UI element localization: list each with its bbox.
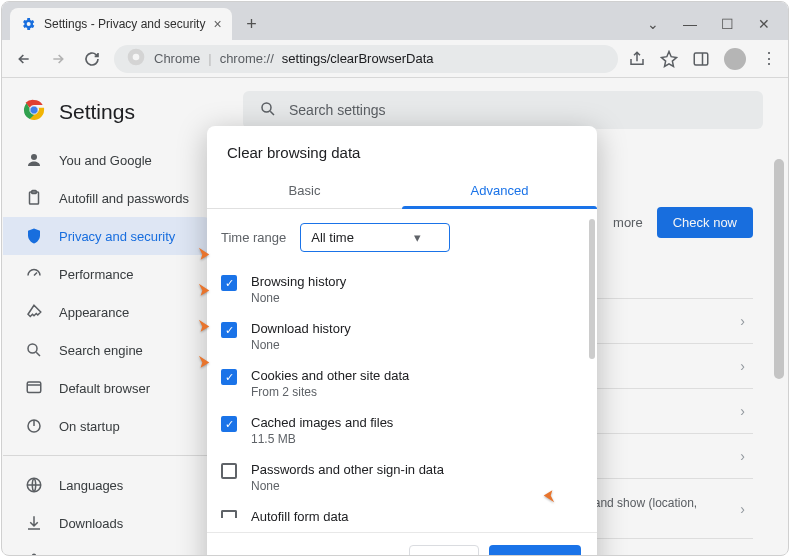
- clear-browsing-data-dialog: Clear browsing data Basic Advanced Time …: [207, 126, 597, 556]
- dialog-title: Clear browsing data: [207, 126, 597, 173]
- tab-advanced[interactable]: Advanced: [402, 173, 597, 209]
- checkbox-row-cookies[interactable]: ✓Cookies and other site dataFrom 2 sites: [221, 360, 583, 407]
- checkbox-row-autofill[interactable]: Autofill form data: [221, 501, 583, 524]
- time-range-select[interactable]: All time ▾: [300, 223, 450, 252]
- tab-basic[interactable]: Basic: [207, 173, 402, 209]
- pointer-arrow-icon: [185, 350, 211, 370]
- row-title: Download history: [251, 321, 351, 336]
- checkbox-checked-icon[interactable]: ✓: [221, 369, 237, 385]
- row-title: Autofill form data: [251, 509, 349, 524]
- row-title: Cookies and other site data: [251, 368, 409, 383]
- checkbox-checked-icon[interactable]: ✓: [221, 322, 237, 338]
- row-title: Cached images and files: [251, 415, 393, 430]
- checkbox-unchecked-icon[interactable]: [221, 463, 237, 479]
- checkbox-row-browsing-history[interactable]: ✓Browsing historyNone: [221, 266, 583, 313]
- row-sub: From 2 sites: [251, 385, 409, 399]
- checkbox-checked-icon[interactable]: ✓: [221, 275, 237, 291]
- checkbox-row-cache[interactable]: ✓Cached images and files11.5 MB: [221, 407, 583, 454]
- cancel-button[interactable]: Cancel: [409, 545, 479, 556]
- pointer-arrow-icon: [542, 488, 568, 508]
- scrollbar[interactable]: [589, 219, 595, 359]
- row-title: Browsing history: [251, 274, 346, 289]
- checkbox-checked-icon[interactable]: ✓: [221, 416, 237, 432]
- row-sub: None: [251, 479, 444, 493]
- pointer-arrow-icon: [185, 314, 211, 334]
- chevron-down-icon: ▾: [414, 230, 421, 245]
- checkbox-row-passwords[interactable]: Passwords and other sign-in dataNone: [221, 454, 583, 501]
- checkbox-row-download-history[interactable]: ✓Download historyNone: [221, 313, 583, 360]
- row-sub: 11.5 MB: [251, 432, 393, 446]
- time-range-value: All time: [311, 230, 354, 245]
- time-range-label: Time range: [221, 230, 286, 245]
- pointer-arrow-icon: [185, 278, 211, 298]
- clear-data-button[interactable]: Clear data: [489, 545, 581, 556]
- row-sub: None: [251, 291, 346, 305]
- pointer-arrow-icon: [185, 242, 211, 262]
- row-sub: None: [251, 338, 351, 352]
- row-title: Passwords and other sign-in data: [251, 462, 444, 477]
- checkbox-unchecked-icon[interactable]: [221, 510, 237, 518]
